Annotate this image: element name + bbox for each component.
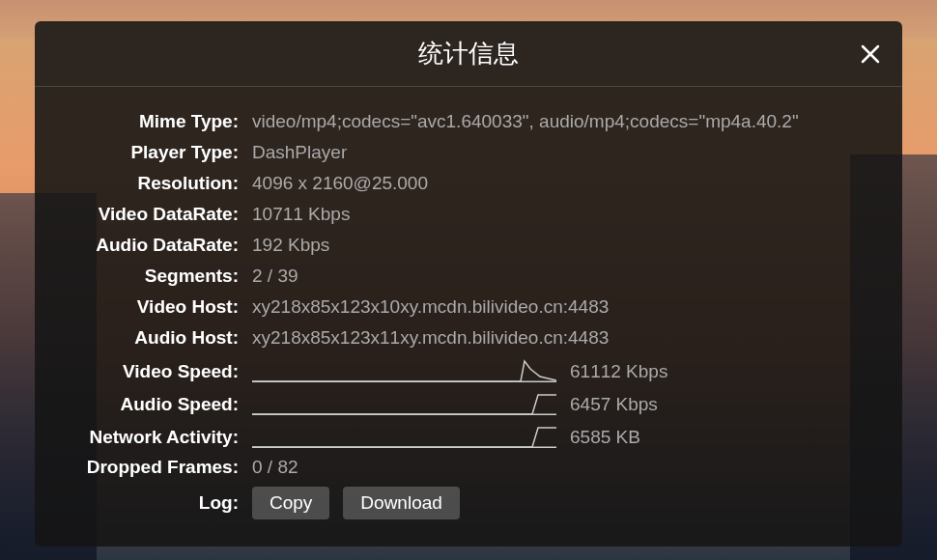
video-host-value: xy218x85x123x10xy.mcdn.bilivideo.cn:4483	[252, 296, 873, 318]
network-activity-value: 6585 KB	[570, 427, 640, 448]
close-button[interactable]	[858, 42, 883, 67]
network-activity-label: Network Activity:	[64, 427, 252, 448]
player-type-row: Player Type: DashPlayer	[64, 141, 873, 164]
segments-row: Segments: 2 / 39	[64, 265, 873, 288]
audio-datarate-row: Audio DataRate: 192 Kbps	[64, 234, 873, 257]
video-datarate-row: Video DataRate: 10711 Kbps	[64, 203, 873, 226]
audio-speed-value: 6457 Kbps	[570, 394, 658, 415]
video-host-row: Video Host: xy218x85x123x10xy.mcdn.biliv…	[64, 295, 873, 319]
network-activity-row: Network Activity: 6585 KB	[64, 423, 873, 448]
video-host-label: Video Host:	[64, 296, 252, 318]
video-speed-chart	[252, 359, 556, 382]
mime-type-value: video/mp4;codecs="avc1.640033", audio/mp…	[252, 111, 873, 132]
modal-title: 统计信息	[418, 37, 519, 70]
player-type-label: Player Type:	[64, 142, 252, 163]
modal-header: 统计信息	[35, 21, 902, 87]
video-speed-value: 61112 Kbps	[570, 361, 667, 382]
log-row: Log: Copy Download	[64, 487, 873, 519]
segments-value: 2 / 39	[252, 266, 873, 287]
audio-speed-label: Audio Speed:	[64, 394, 252, 415]
mime-type-row: Mime Type: video/mp4;codecs="avc1.640033…	[64, 110, 873, 133]
download-button[interactable]: Download	[343, 487, 460, 519]
audio-speed-chart	[252, 392, 556, 415]
close-icon	[859, 42, 882, 66]
audio-datarate-label: Audio DataRate:	[64, 235, 252, 256]
copy-button[interactable]: Copy	[252, 487, 329, 519]
video-speed-label: Video Speed:	[64, 361, 252, 382]
network-activity-chart	[252, 425, 556, 448]
audio-speed-row: Audio Speed: 6457 Kbps	[64, 390, 873, 415]
resolution-row: Resolution: 4096 x 2160@25.000	[64, 172, 873, 195]
audio-datarate-value: 192 Kbps	[252, 235, 873, 256]
video-datarate-label: Video DataRate:	[64, 204, 252, 225]
video-speed-row: Video Speed: 61112 Kbps	[64, 357, 873, 382]
stats-modal: 统计信息 Mime Type: video/mp4;codecs="avc1.6…	[35, 21, 902, 546]
audio-host-row: Audio Host: xy218x85x123x11xy.mcdn.biliv…	[64, 326, 873, 350]
log-label: Log:	[64, 492, 252, 514]
modal-body: Mime Type: video/mp4;codecs="avc1.640033…	[35, 87, 902, 539]
audio-host-label: Audio Host:	[64, 327, 252, 349]
player-type-value: DashPlayer	[252, 142, 873, 163]
video-datarate-value: 10711 Kbps	[252, 204, 873, 225]
dropped-frames-row: Dropped Frames: 0 / 82	[64, 456, 873, 479]
dropped-frames-value: 0 / 82	[252, 457, 873, 478]
resolution-value: 4096 x 2160@25.000	[252, 173, 873, 194]
resolution-label: Resolution:	[64, 173, 252, 194]
audio-host-value: xy218x85x123x11xy.mcdn.bilivideo.cn:4483	[252, 327, 873, 349]
mime-type-label: Mime Type:	[64, 111, 252, 132]
segments-label: Segments:	[64, 266, 252, 287]
dropped-frames-label: Dropped Frames:	[64, 457, 252, 478]
